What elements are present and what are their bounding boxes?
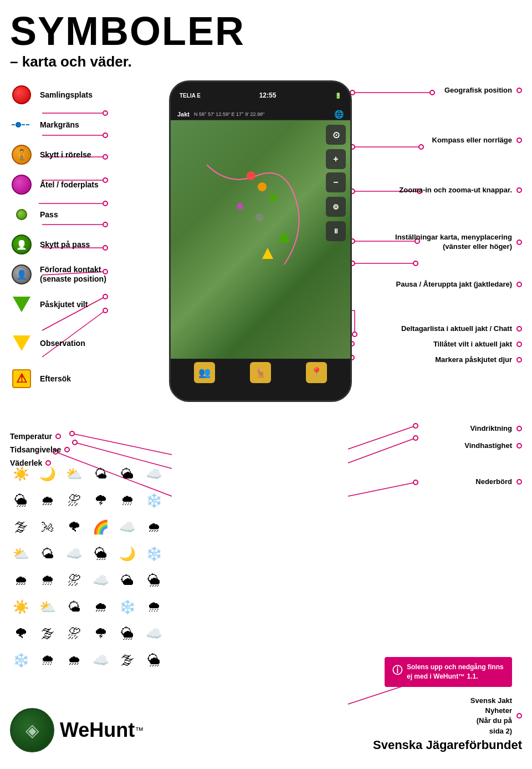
weather-icon: 🌫: [116, 649, 139, 671]
symbol-forlorad: 👤 Förlorad kontakt (senaste position): [0, 263, 155, 286]
vindhastighet-row: Vindhastighet: [464, 441, 522, 450]
wehunt-logo: WeHunt™: [10, 708, 144, 752]
nederbord-label: Nederbörd: [475, 477, 512, 486]
tidsangivelse-row: Tidsangivelse: [0, 445, 70, 454]
wehunt-brand-text: WeHunt: [60, 719, 135, 741]
deltagarlista-text: Deltagarlista i aktuell jakt / Chatt: [401, 324, 512, 334]
skytt-pass-icon: [10, 233, 33, 256]
phone-mockup: TELIA E 12:55 🔋 Jakt N 58° 57' 12.59" E …: [169, 80, 352, 402]
weather-icon: ❄️: [116, 596, 139, 618]
symbol-markgrans: Markgräns: [0, 113, 155, 136]
markera-text: Markera påskjutet djur: [435, 355, 512, 365]
weather-icon: 🌙: [116, 543, 139, 565]
participants-button[interactable]: 👥: [194, 362, 215, 383]
weather-icon: ☁️: [116, 516, 139, 538]
notice-icon: ⓘ: [392, 664, 402, 678]
weather-icon: ☁️: [90, 569, 112, 592]
svenska-jagare-label: Svenska Jägareförbundet: [373, 738, 522, 752]
svg-point-64: [255, 213, 263, 221]
weather-icon: 🌧: [37, 490, 59, 512]
tillatet-text: Tillåtet vilt i aktuell jakt: [433, 340, 512, 349]
weather-icons-grid: ☀️ 🌙 ⛅ 🌤 🌥 ☁️ 🌦 🌧 ⛈ 🌩 🌨 ❄️ 🌫 🌬 🌪 🌈 ☁️ 🌧 …: [10, 463, 167, 674]
animals-button[interactable]: 🦌: [250, 362, 271, 383]
symbols-panel: Samlingsplats Markgräns 🧍 Skytt i rörels…: [0, 78, 155, 397]
weather-right-labels: Vindriktning Vindhastighet Nederbörd ⓘ S…: [464, 424, 522, 495]
observation-label: Observation: [40, 339, 85, 348]
weather-icon: ⛅: [10, 543, 32, 565]
svg-line-52: [348, 438, 416, 463]
weather-icon: 🌩: [90, 623, 112, 645]
vindriktning-row: Vindriktning: [464, 424, 522, 432]
phone-hunt-label: Jakt: [177, 111, 190, 118]
svg-point-45: [70, 431, 74, 436]
svg-point-47: [73, 440, 77, 445]
symbol-observation: Observation: [0, 332, 155, 355]
pausa-label-row: Pausa / Återuppta jakt (jaktledare): [396, 280, 522, 289]
eftersok-label: Eftersök: [40, 374, 71, 384]
weather-icon: 🌧: [143, 516, 165, 538]
paskjutet-label: Påskjutet vilt: [40, 300, 88, 309]
phone-time: 12:55: [259, 91, 277, 99]
atel-icon: [10, 173, 33, 196]
phone-body: TELIA E 12:55 🔋 Jakt N 58° 57' 12.59" E …: [169, 80, 352, 402]
page-subtitle: – karta och väder.: [0, 51, 532, 70]
installningar-label-row: Inställningar karta, menyplacering (väns…: [395, 233, 522, 252]
nederbord-dot: [516, 479, 522, 485]
weather-icon: ☁️: [90, 649, 112, 671]
weather-icon: 🌦: [116, 623, 139, 645]
weather-icon: 🌬: [37, 516, 59, 538]
kompass-text: Kompass eller norrläge: [432, 136, 513, 145]
weather-icon: 🌨: [37, 569, 59, 592]
weather-icon: 🌤: [90, 463, 112, 485]
weather-icon: 🌦: [90, 543, 112, 565]
svg-point-60: [269, 194, 277, 202]
symbol-skytt-rorelse: 🧍 Skytt i rörelse: [0, 143, 155, 166]
weather-icon: 🌤: [37, 543, 59, 565]
mark-shot-button[interactable]: 📍: [306, 362, 327, 383]
markgrans-label: Markgräns: [40, 120, 79, 130]
svg-point-55: [413, 480, 418, 485]
wehunt-tm: ™: [135, 726, 144, 735]
wehunt-compass-icon: [10, 708, 54, 752]
geografisk-label-row: Geografisk position: [444, 86, 522, 95]
weather-icon: ☀️: [10, 596, 32, 618]
symbol-eftersok: ⚠ Eftersök: [0, 367, 155, 390]
vindhastighet-dot: [516, 443, 522, 449]
zooma-label-row: Zooma-in och zooma-ut knappar.: [399, 186, 522, 195]
weather-icon: ☁️: [143, 463, 165, 485]
weather-icon: ⛈: [63, 490, 85, 512]
svg-line-44: [72, 434, 172, 455]
eftersok-icon: ⚠: [10, 367, 33, 390]
weather-icon: 🌈: [90, 516, 112, 538]
symbol-samlingsplats: Samlingsplats: [0, 83, 155, 106]
weather-icon: 🌦: [143, 649, 165, 671]
weather-icon: 🌫: [10, 516, 32, 538]
tidsangivelse-label: Tidsangivelse: [10, 445, 61, 454]
pink-notice: ⓘ Solens upp och nedgång finns ej med i …: [385, 657, 512, 687]
svg-point-14: [413, 261, 418, 266]
phone-battery: 🔋: [335, 93, 341, 99]
weather-icon: 🌪: [63, 516, 85, 538]
svg-line-50: [348, 426, 416, 449]
vindhastighet-label: Vindhastighet: [464, 441, 512, 450]
nederbord-row: Nederbörd: [464, 477, 522, 486]
weather-icon: 🌫: [37, 623, 59, 645]
weather-icon: 🌤: [63, 596, 85, 618]
svg-point-51: [413, 424, 418, 428]
skytt-pass-label: Skytt på pass: [40, 240, 90, 249]
weather-icon: 🌪: [10, 623, 32, 645]
skytt-rorelse-label: Skytt i rörelse: [40, 150, 91, 160]
svg-point-5: [419, 145, 423, 149]
forlorad-label: Förlorad kontakt (senaste position): [40, 265, 106, 284]
svg-point-61: [237, 203, 243, 210]
weather-icon: ☁️: [143, 623, 165, 645]
pass-icon: [10, 203, 33, 226]
weather-icon: 🌨: [116, 490, 139, 512]
weather-icon: ⛅: [63, 463, 85, 485]
weather-icon: ☀️: [10, 463, 32, 485]
svg-point-53: [413, 436, 418, 440]
symbol-atel: Åtel / foderplats: [0, 173, 155, 196]
phone-carrier: TELIA E: [180, 93, 201, 99]
atel-label: Åtel / foderplats: [40, 180, 99, 190]
svg-point-2: [430, 90, 434, 95]
